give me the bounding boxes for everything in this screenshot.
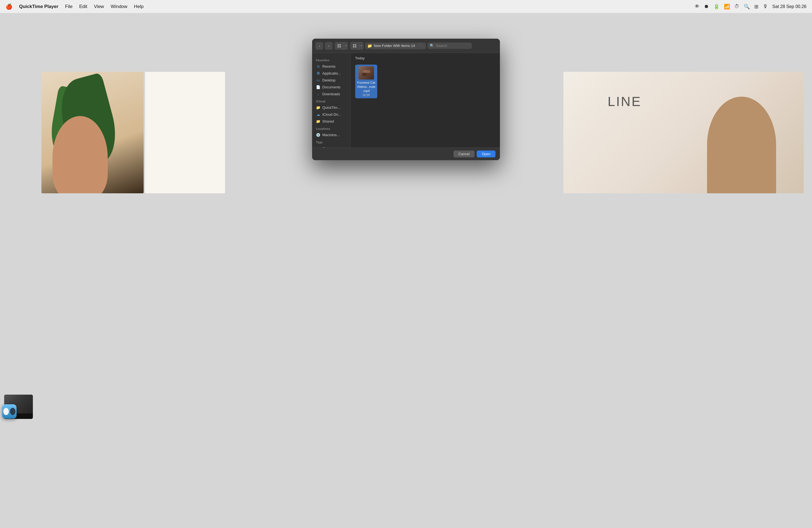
time-machine-icon: ⏱: [735, 4, 739, 10]
quicktime-icon: 📁: [316, 105, 320, 109]
svg-rect-6: [353, 46, 354, 47]
bg-center-strip: [145, 72, 225, 193]
folder-chevron-icon: ⌃⌄: [419, 44, 424, 47]
finder-face: [2, 404, 17, 419]
help-menu[interactable]: Help: [134, 4, 144, 10]
apple-logo-icon[interactable]: 🍎: [5, 3, 12, 10]
quicktime-label: QuickTim...: [322, 105, 340, 109]
sidebar-item-tag-green[interactable]: ● Green: [312, 145, 350, 147]
file-open-dialog: ‹ › ▾ ▾: [312, 39, 500, 160]
sidebar-item-documents[interactable]: 📄 Documents: [312, 84, 350, 91]
cancel-button[interactable]: Cancel: [453, 150, 475, 157]
play-icon: ⏺: [704, 4, 709, 10]
finder-face-left: [3, 408, 9, 415]
svg-rect-3: [339, 46, 341, 47]
shared-label: Shared: [322, 119, 334, 123]
tags-section-label: Tags: [312, 138, 350, 145]
clock: Sat 28 Sep 00.26: [772, 4, 807, 9]
file-name-line2: Videos...nute.mp4: [357, 85, 376, 93]
file-menu[interactable]: File: [65, 4, 72, 10]
view-menu[interactable]: View: [94, 4, 104, 10]
search-box[interactable]: 🔍: [427, 43, 472, 49]
dialog-body: Favorites ⊙ Recents ⌘ Applicatio... ▭ De…: [312, 53, 500, 147]
file-name-line1: Funniest Cat: [357, 80, 375, 85]
icon-view-chevron[interactable]: ▾: [344, 42, 348, 50]
svg-rect-2: [337, 46, 339, 47]
icon-view-button[interactable]: [335, 42, 344, 50]
icloud-drive-icon: ☁: [316, 113, 320, 117]
wifi-icon: 📶: [724, 4, 730, 10]
edit-menu[interactable]: Edit: [79, 4, 87, 10]
figure-head: [53, 116, 108, 193]
locations-section-label: Locations: [312, 125, 350, 131]
finder-icon[interactable]: [2, 404, 18, 420]
favorites-section-label: Favorites: [312, 56, 350, 63]
search-magnifier-icon: 🔍: [430, 44, 434, 48]
siri-icon[interactable]: 🎙: [763, 4, 768, 10]
back-button[interactable]: ‹: [315, 42, 323, 50]
bg-right-figure: [707, 97, 776, 193]
list-view-button[interactable]: [350, 42, 359, 50]
file-duration: 02:00: [363, 93, 369, 97]
recents-icon: ⊙: [316, 64, 320, 69]
macintosh-label: Macintos...: [322, 133, 340, 137]
bg-right-panel: LINE: [563, 72, 804, 193]
menubar: 🍎 QuickTime Player File Edit View Window…: [0, 0, 812, 13]
view-mode-group: ▾: [335, 42, 348, 50]
dialog-toolbar: ‹ › ▾ ▾: [312, 39, 500, 53]
list-view-chevron[interactable]: ▾: [359, 42, 363, 50]
sidebar-item-desktop[interactable]: ▭ Desktop: [312, 77, 350, 84]
forward-button[interactable]: ›: [325, 42, 333, 50]
shared-icon: 📁: [316, 119, 320, 123]
applications-label: Applicatio...: [322, 71, 341, 75]
file-item-funniest-cat[interactable]: Funniest Cat Videos...nute.mp4 02:00: [355, 64, 377, 98]
control-center-icon[interactable]: ⊞: [754, 4, 758, 10]
svg-rect-11: [366, 73, 370, 76]
open-button[interactable]: Open: [477, 150, 495, 157]
folder-selector-name: New Folder With Items 14: [374, 44, 415, 48]
svg-rect-7: [355, 46, 356, 47]
dialog-footer: Cancel Open: [312, 147, 500, 160]
bg-right-text: LINE: [608, 94, 642, 109]
files-grid: Funniest Cat Videos...nute.mp4 02:00: [355, 64, 495, 98]
sidebar-item-recents[interactable]: ⊙ Recents: [312, 63, 350, 70]
svg-rect-5: [355, 44, 356, 46]
svg-rect-10: [362, 73, 366, 76]
downloads-label: Downloads: [322, 92, 340, 96]
sidebar-item-quicktime[interactable]: 📁 QuickTim...: [312, 104, 350, 111]
folder-selector-icon: 📁: [367, 44, 372, 48]
today-section-header: Today: [355, 56, 495, 62]
video-thumbnail-image: [359, 66, 374, 79]
battery-icon: 🔋: [713, 4, 720, 10]
list-view-group: ▾: [350, 42, 363, 50]
svg-rect-9: [362, 70, 370, 73]
sidebar-item-applications[interactable]: ⌘ Applicatio...: [312, 70, 350, 77]
desktop-icon: ▭: [316, 78, 320, 82]
recents-label: Recents: [322, 64, 336, 69]
search-icon[interactable]: 🔍: [744, 4, 750, 10]
search-input[interactable]: [436, 44, 469, 48]
applications-icon: ⌘: [316, 71, 320, 75]
macintosh-icon: 💿: [316, 133, 320, 137]
svg-rect-4: [353, 44, 354, 46]
finder-face-right: [10, 408, 15, 415]
dialog-content: Today: [351, 53, 500, 147]
sidebar-item-shared[interactable]: 📁 Shared: [312, 118, 350, 125]
svg-rect-0: [337, 44, 339, 46]
documents-icon: 📄: [316, 85, 320, 89]
app-name-menu[interactable]: QuickTime Player: [19, 4, 58, 10]
documents-label: Documents: [322, 85, 340, 89]
file-thumbnail: [359, 66, 374, 79]
bg-artwork-left: [41, 72, 144, 193]
downloads-icon: ↓: [316, 92, 320, 96]
desktop-label: Desktop: [322, 78, 336, 82]
window-menu[interactable]: Window: [111, 4, 127, 10]
menubar-right: 👁 ⏺ 🔋 📶 ⏱ 🔍 ⊞ 🎙 Sat 28 Sep 00.26: [695, 4, 807, 10]
folder-selector[interactable]: 📁 New Folder With Items 14 ⌃⌄: [365, 43, 426, 49]
screen-recording-icon: 👁: [695, 4, 700, 10]
sidebar-item-downloads[interactable]: ↓ Downloads: [312, 91, 350, 98]
icloud-drive-label: iCloud Dri...: [322, 113, 341, 117]
sidebar-item-macintosh[interactable]: 💿 Macintos...: [312, 131, 350, 138]
sidebar-item-icloud-drive[interactable]: ☁ iCloud Dri...: [312, 111, 350, 118]
svg-rect-1: [339, 44, 341, 46]
